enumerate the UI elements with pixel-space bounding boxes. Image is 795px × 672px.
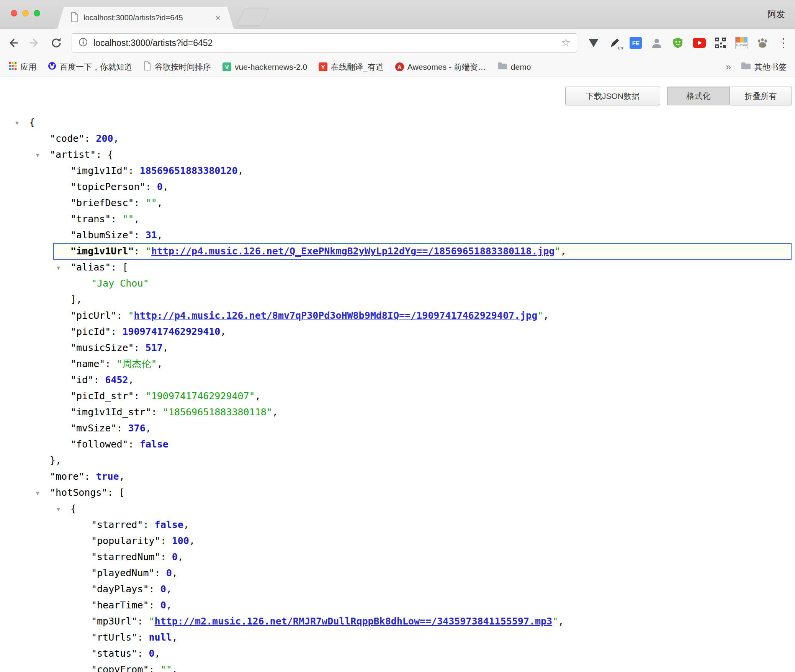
folder-icon (741, 62, 751, 72)
json-line: "starredNum": 0, (0, 549, 795, 565)
json-token: 18569651883380120 (140, 165, 238, 176)
bookmark-youdao[interactable]: Y 在线翻译_有道 (319, 62, 384, 72)
json-link[interactable]: http://p4.music.126.net/8mv7qP30Pd3oHW8b… (134, 310, 538, 321)
json-line: "mp3Url": "http://m2.music.126.net/RMJR7… (0, 613, 795, 629)
tab-close-icon[interactable]: × (215, 13, 221, 23)
json-token: : (134, 390, 146, 402)
json-token: "code" (50, 133, 84, 144)
json-link[interactable]: http://p4.music.126.net/Q_ExePNkmgB2yWyL… (151, 246, 555, 257)
json-token: : (128, 439, 140, 450)
json-token: , (189, 535, 195, 546)
json-line: ▼"artist": { (0, 147, 795, 163)
vimium-extension-icon[interactable] (585, 34, 602, 51)
json-token: , (128, 374, 134, 385)
collapse-caret-icon[interactable]: ▼ (15, 115, 19, 131)
json-line: ▼{ (0, 501, 795, 517)
json-tree: ▼{"code": 200,▼"artist": {"img1v1Id": 18… (0, 115, 795, 672)
json-token: 0 (160, 600, 166, 611)
bookmark-vue-hackernews[interactable]: V vue-hackernews-2.0 (222, 62, 307, 72)
json-token: "popularity" (91, 535, 160, 546)
json-token: "playedNum" (91, 567, 155, 579)
json-token: : { (96, 149, 113, 160)
fe-extension-icon[interactable]: FE (627, 34, 644, 51)
bookmark-awesomes[interactable]: A Awesomes - 前端资… (395, 62, 486, 72)
back-button[interactable] (6, 36, 21, 50)
json-token: " (555, 246, 560, 257)
json-token: : (160, 535, 172, 546)
json-token: " (552, 616, 558, 627)
bookmark-star-icon[interactable]: ☆ (561, 38, 571, 48)
browser-toolbar: localhost:3000/artists?id=6452 ☆ en FE (0, 29, 795, 57)
forward-button[interactable] (27, 36, 41, 50)
collapse-caret-icon[interactable]: ▼ (36, 485, 39, 501)
youdao-favicon-icon: Y (319, 62, 327, 71)
bookmarks-overflow-icon[interactable]: » (726, 61, 731, 72)
page-content: 下载JSON数据 格式化 折叠所有 ▼{"code": 200,▼"artist… (0, 77, 795, 672)
json-token: : (149, 600, 160, 611)
json-token: "img1v1Url" (70, 246, 134, 257)
json-line: "musicSize": 517, (0, 340, 795, 356)
format-button[interactable]: 格式化 (667, 87, 730, 105)
paw-extension-icon[interactable] (754, 34, 771, 51)
collapse-caret-icon[interactable]: ▼ (57, 260, 60, 276)
json-token: "name" (70, 358, 105, 369)
collapse-caret-icon[interactable]: ▼ (57, 501, 60, 517)
json-line: "img1v1Url": "http://p4.music.126.net/Q_… (54, 243, 791, 259)
bookmark-folder-demo[interactable]: demo (497, 62, 531, 72)
profile-name[interactable]: 阿发 (767, 8, 785, 20)
qr-code-extension-icon[interactable] (712, 34, 729, 51)
bookmark-apps[interactable]: 应用 (8, 62, 36, 72)
json-token: , (178, 551, 183, 562)
collapse-caret-icon[interactable]: ▼ (36, 147, 39, 163)
json-token: "briefDesc" (70, 197, 134, 208)
bookmark-folder-other[interactable]: 其他书签 (741, 62, 787, 72)
browser-menu-icon[interactable]: ⋮ (775, 34, 792, 51)
omnibox[interactable]: localhost:3000/artists?id=6452 ☆ (72, 33, 577, 52)
close-window-button[interactable] (11, 10, 17, 16)
json-token: false (140, 439, 168, 450)
json-line: ▼{ (0, 115, 795, 131)
translate-pen-extension-icon[interactable]: en (606, 34, 623, 51)
site-info-icon[interactable] (78, 37, 88, 49)
json-link[interactable]: http://m2.music.126.net/RMJR7wDullRqppBk… (155, 616, 553, 627)
json-token: 0 (157, 181, 163, 192)
json-line: "picId_str": "19097417462929407", (0, 388, 795, 404)
bookmark-label: 其他书签 (754, 62, 787, 72)
json-line: "code": 200, (0, 131, 795, 147)
url-text[interactable]: localhost:3000/artists?id=6452 (93, 38, 561, 48)
fullscreen-window-button[interactable] (34, 10, 40, 16)
browser-tab[interactable]: localhost:3000/artists?id=645 × (57, 7, 234, 29)
json-token: : [ (108, 487, 125, 498)
json-token: , (255, 390, 261, 402)
user-extension-icon[interactable] (648, 34, 665, 51)
minimize-window-button[interactable] (22, 10, 29, 16)
json-token: "18569651883380118" (163, 406, 272, 418)
json-token: "hearTime" (91, 600, 149, 611)
json-token: : (116, 423, 128, 434)
json-token: { (70, 503, 76, 514)
download-json-button[interactable]: 下载JSON数据 (565, 87, 660, 105)
youtube-extension-icon[interactable] (691, 34, 708, 51)
json-token: , (163, 181, 168, 192)
player-icon-art (736, 37, 747, 43)
json-line: "copyFrom": "", (0, 662, 795, 672)
json-token: "starred" (91, 519, 143, 530)
json-token: "Jay Chou" (91, 278, 149, 289)
reload-button[interactable] (49, 36, 64, 50)
json-token: "img1v1Id" (70, 165, 128, 176)
json-token: 0 (172, 551, 178, 562)
json-line: "starred": false, (0, 517, 795, 533)
shield-extension-icon[interactable] (669, 34, 686, 51)
json-token: "topicPerson" (70, 181, 146, 192)
json-token: "albumSize" (70, 229, 134, 241)
player-extension-icon[interactable]: PLAYER (733, 34, 750, 51)
new-tab-button[interactable] (236, 8, 269, 26)
collapse-all-button[interactable]: 折叠所有 (730, 87, 792, 105)
json-token: " (537, 310, 543, 321)
json-token: : (84, 133, 96, 144)
json-token: , (238, 165, 244, 176)
bookmark-baidu[interactable]: 百度一下，你就知道 (48, 62, 132, 72)
json-token: 0 (166, 567, 172, 579)
json-token: ], (70, 294, 82, 305)
bookmark-google-sort[interactable]: 谷歌按时间排序 (144, 61, 211, 72)
